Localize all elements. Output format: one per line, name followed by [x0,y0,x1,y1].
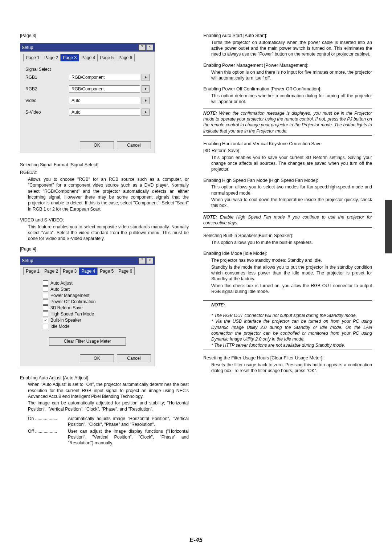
cancel-button[interactable]: Cancel [117,354,151,362]
heading-rgb12: RGB1/2: [20,170,189,176]
checkbox-icon[interactable] [43,318,48,323]
dropdown-rgb2[interactable]: RGB/Component [69,85,150,93]
para-powermgmt: When this option is on and there is no i… [203,69,372,81]
checkbox-label: Power Off Confirmation [50,299,96,305]
dropdown-s-video[interactable]: Auto [69,109,150,116]
thumb-tab [385,200,392,253]
checkbox-auto-start[interactable]: Auto Start [43,286,150,292]
para-idle-2: Standby is the mode that allows you to p… [203,264,372,282]
dialog-title: Setup [22,258,33,264]
close-icon[interactable]: × [146,258,153,264]
checkbox-label: Auto Start [50,286,70,292]
checkbox-icon[interactable] [43,305,48,311]
cancel-button[interactable]: Cancel [117,141,151,149]
para-video: This feature enables you to select compo… [20,224,189,242]
tab-page-4[interactable]: Page 4 [79,54,98,61]
page-number: E-45 [0,537,392,544]
checkbox-icon[interactable] [43,324,48,329]
field-label: RGB2 [25,86,65,92]
note-heading-3: NOTE: [203,300,372,308]
signal-row-s-video: S-VideoAuto [25,109,150,116]
dropdown-value: RGB/Component [69,85,140,93]
checkbox-icon[interactable] [43,311,48,317]
ok-button[interactable]: OK [80,354,114,362]
para-fan-2: When you wish to cool down the temperatu… [203,197,372,209]
signal-select-label: Signal Select [25,66,150,72]
tab-page-1[interactable]: Page 1 [23,54,42,61]
page4-label: [Page 4] [20,246,189,252]
signal-row-rgb2: RGB2RGB/Component [25,85,150,93]
ok-button[interactable]: OK [80,141,114,149]
dropdown-value: Auto [69,97,140,104]
checkbox-idle-mode[interactable]: Idle Mode [43,323,150,329]
para-idle-3: When this check box is turned on, you al… [203,283,372,295]
para-autoadjust-2: The image can be automatically adjusted … [20,400,189,412]
heading-signal-select: Selecting Signal Format [Signal Select] [20,162,189,168]
checkbox-label: High Speed Fan Mode [50,311,94,317]
checkbox-high-speed-fan-mode[interactable]: High Speed Fan Mode [43,311,150,317]
para-speaker: This option allows you to mute the built… [203,240,372,245]
checkbox-power-management[interactable]: Power Management [43,293,150,298]
on-term: On [28,416,34,421]
dropdown-video[interactable]: Auto [69,97,150,104]
note-block-2: NOTE: Enable High Speed Fan mode if you … [203,212,372,228]
tab-page-5[interactable]: Page 5 [97,267,116,275]
checkbox-3d-reform-save[interactable]: 3D Reform Save [43,305,150,311]
close-icon[interactable]: × [146,44,153,50]
tab-page-5[interactable]: Page 5 [97,54,116,61]
tab-page-1[interactable]: Page 1 [23,267,42,275]
para-autoadjust-1: When "Auto Adjust" is set to "On", the p… [20,382,189,399]
checkbox-label: Built-in Speaker [50,317,81,323]
para-filter: Resets the filter usage back to zero. Pr… [203,362,372,374]
chevron-right-icon[interactable] [142,97,150,104]
note-block-1: NOTE: When the confirmation message is d… [203,109,372,136]
note-list-3: * The RGB OUT connector will not output … [203,313,372,350]
dropdown-value: RGB/Component [69,74,140,81]
tab-page-4[interactable]: Page 4 [79,267,98,275]
signal-row-rgb1: RGB1RGB/Component [25,74,150,81]
tab-page-3[interactable]: Page 3 [60,54,79,61]
chevron-right-icon[interactable] [142,109,150,116]
dropdown-rgb1[interactable]: RGB/Component [69,74,150,81]
tab-page-6[interactable]: Page 6 [116,267,135,275]
tab-page-6[interactable]: Page 6 [116,54,135,61]
heading-3dreform-2: [3D Reform Save]: [203,148,372,154]
para-fan-1: This option allows you to select two mod… [203,184,372,196]
checkbox-icon[interactable] [43,293,48,298]
heading-autoadjust: Enabling Auto Adjust [Auto Adjust]: [20,375,189,381]
heading-video: VIDEO and S-VIDEO: [20,217,189,223]
help-icon[interactable]: ? [139,44,146,50]
clear-filter-button[interactable]: Clear Filter Usage Meter [49,337,126,345]
checkbox-power-off-confirmation[interactable]: Power Off Confirmation [43,299,150,305]
dialog-title: Setup [22,45,33,50]
heading-idle: Enabling Idle Mode [Idle Mode]: [203,250,372,257]
help-icon[interactable]: ? [139,258,146,264]
heading-autostart: Enabling Auto Start [Auto Start]: [203,33,372,39]
para-rgb12: Allows you to choose "RGB" for an RGB so… [20,176,189,212]
checkbox-icon[interactable] [43,280,48,286]
checkbox-auto-adjust[interactable]: Auto Adjust [43,280,150,286]
chevron-right-icon[interactable] [142,74,150,81]
checkbox-icon[interactable] [43,299,48,305]
signal-row-video: VideoAuto [25,97,150,104]
field-label: Video [25,98,65,103]
checkbox-icon[interactable] [43,286,48,292]
on-desc: Automatically adjusts image "Horizontal … [68,416,189,428]
checkbox-label: Idle Mode [50,323,70,329]
setup-dialog-page4: Setup ? × Page 1Page 2Page 3Page 4Page 5… [20,256,155,366]
para-3dreform: This option enables you to save your cur… [203,155,372,172]
page3-label: [Page 3] [20,33,189,38]
dropdown-value: Auto [69,109,140,116]
tab-page-3[interactable]: Page 3 [60,267,79,275]
checkbox-label: 3D Reform Save [50,305,83,311]
tab-page-2[interactable]: Page 2 [42,267,61,275]
checkbox-built-in-speaker[interactable]: Built-in Speaker [43,317,150,323]
tab-page-2[interactable]: Page 2 [42,54,61,61]
heading-filter: Resetting the Filter Usage Hours [Clear … [203,355,372,361]
heading-poweroffconf: Enabling Power Off Confirmation [Power O… [203,86,372,92]
setup-dialog-page3: Setup ? × Page 1Page 2Page 3Page 4Page 5… [20,43,155,153]
chevron-right-icon[interactable] [142,85,150,93]
heading-3dreform-1: Enabling Horizontal and Vertical Keyston… [203,141,372,147]
field-label: RGB1 [25,74,65,80]
heading-fan: Enabling High Speed Fan Mode [High Speed… [203,178,372,184]
